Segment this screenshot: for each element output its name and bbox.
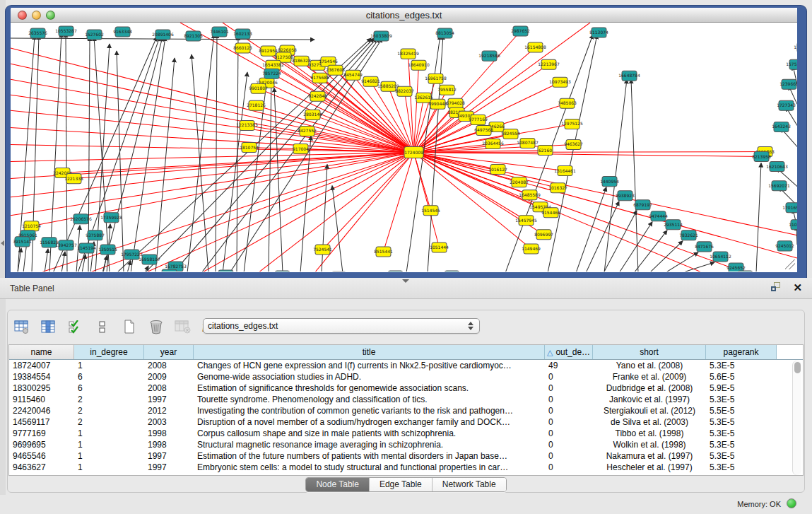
graph-edge[interactable] [192,54,208,271]
graph-edge[interactable] [414,153,762,157]
table-cell[interactable]: Wolkin et al. (1998) [593,440,706,450]
table-cell[interactable]: 1997 [144,395,194,404]
select-columns-icon[interactable] [66,317,85,337]
table-cell[interactable]: 1 [74,451,144,461]
tab-node-table[interactable]: Node Table [306,478,370,491]
memory-ok-icon[interactable] [787,498,796,508]
graph-edge[interactable] [681,262,714,271]
table-row[interactable]: 946554611997Estimation of the future num… [9,450,803,462]
graph-edge[interactable] [414,153,798,258]
graph-edge[interactable] [756,163,761,271]
table-cell[interactable]: 5.6E-5 [706,372,777,382]
column-header-out_de[interactable]: △out_de… [545,345,593,359]
table-cell[interactable]: 5.3E-5 [706,428,777,438]
tab-edge-table[interactable]: Edge Table [370,478,433,491]
table-cell[interactable]: 2 [74,395,144,404]
graph-edge[interactable] [631,79,638,271]
table-cell[interactable]: Yano et al. (2008) [593,361,706,370]
table-cell[interactable]: 2 [74,417,144,427]
table-cell[interactable]: 9115460 [9,395,74,404]
table-cell[interactable]: 9465546 [9,451,74,461]
column-header-pagerank[interactable]: pagerank [706,345,777,359]
table-row[interactable]: 1938455462009Genome-wide association stu… [9,371,803,382]
window-titlebar[interactable]: citations_edges.txt [11,8,797,23]
table-cell[interactable]: 0 [545,417,593,427]
table-cell[interactable]: 9699695 [9,440,74,450]
table-cell[interactable]: 14569117 [9,417,74,427]
graph-edge[interactable] [649,241,683,271]
table-row[interactable]: 911546021997Tourette syndrome. Phenomeno… [9,394,803,405]
table-cell[interactable]: 49 [545,361,593,370]
table-cell[interactable]: 2008 [144,361,194,370]
column-header-year[interactable]: year [144,345,194,359]
graph-edge[interactable] [548,35,597,271]
table-cell[interactable]: Estimation of significance thresholds fo… [194,383,545,393]
column-header-title[interactable]: title [194,345,545,359]
graph-node[interactable] [738,271,753,271]
table-cell[interactable]: Investigating the contribution of common… [194,406,545,416]
table-row[interactable]: 1456911722003Disruption of a novel membe… [9,416,803,428]
table-cell[interactable]: 0 [545,395,593,404]
table-cell[interactable]: 1997 [144,451,194,461]
table-cell[interactable]: 5.3E-5 [706,462,777,472]
table-row[interactable]: 946362711997Embryonic stem cells: a mode… [9,462,803,473]
table-cell[interactable]: 0 [545,462,593,472]
graph-edge[interactable] [274,88,283,271]
graph-edge[interactable] [187,34,214,271]
delete-column-icon[interactable] [147,317,165,337]
graph-node[interactable] [388,271,403,271]
table-cell[interactable]: Stergiakouli et al. (2012) [593,406,706,416]
graph-node[interactable] [275,271,290,271]
table-cell[interactable]: Dudbridge et al. (2008) [593,383,706,393]
graph-edge[interactable] [604,79,627,271]
table-cell[interactable]: Structural magnetic resonance image aver… [194,440,545,450]
splitter-collapse-icon[interactable] [1,240,4,246]
graph-edge[interactable] [322,165,327,271]
table-cell[interactable]: 2012 [144,406,194,416]
graph-edge[interactable] [131,37,165,271]
new-column-icon[interactable] [120,317,139,337]
table-cell[interactable]: 5.3E-5 [706,395,777,404]
table-cell[interactable]: 18300295 [9,383,74,393]
table-cell[interactable]: Nakamura et al. (1997) [593,451,706,461]
table-cell[interactable]: 1997 [144,462,194,472]
table-cell[interactable]: 0 [545,451,593,461]
table-cell[interactable]: 0 [545,428,593,438]
table-cell[interactable]: Changes of HCN gene expression and I(f) … [194,361,545,370]
table-cell[interactable]: Estimation of the future numbers of pati… [194,451,545,461]
table-cell[interactable]: 2009 [144,372,194,382]
table-cell[interactable]: 1 [74,428,144,438]
table-cell[interactable]: Tourette syndrome. Phenomenology and cla… [194,395,545,404]
graph-edge[interactable] [576,187,606,271]
table-mode-icon[interactable] [13,317,31,337]
show-column-icon[interactable] [40,317,58,337]
graph-edge[interactable] [269,77,271,271]
table-row[interactable]: 2242004622012Investigating the contribut… [9,405,803,416]
tab-network-table[interactable]: Network Table [433,478,506,491]
table-cell[interactable]: 5.5E-5 [706,406,777,416]
graph-edge[interactable] [49,33,61,271]
network-canvas[interactable]: 8660123891295482260589127508818632816543… [11,23,797,271]
table-cell[interactable]: 5.3E-5 [706,361,777,370]
table-cell[interactable]: 2 [74,406,144,416]
graph-edge[interactable] [103,256,107,271]
table-cell[interactable]: Hescheler et al. (1997) [593,462,706,472]
row-height-icon[interactable] [93,317,112,337]
close-panel-icon[interactable]: ✕ [793,282,802,293]
graph-edge[interactable] [82,255,86,271]
resize-grip[interactable] [785,259,795,269]
table-cell[interactable]: 5.3E-5 [706,451,777,461]
float-panel-icon[interactable] [771,282,782,293]
graph-edge[interactable] [61,252,65,271]
graph-edge[interactable] [332,186,343,271]
table-row[interactable]: 969969511998Structural magnetic resonanc… [9,439,803,450]
graph-edge[interactable] [53,37,157,271]
column-header-in_degree[interactable]: in_degree [74,345,144,359]
table-cell[interactable]: 2003 [144,417,194,427]
table-cell[interactable]: 5.3E-5 [706,440,777,450]
graph-edge[interactable] [155,58,175,271]
left-splitter-strip[interactable] [0,0,6,495]
table-cell[interactable]: 1 [74,440,144,450]
graph-edge[interactable] [11,48,414,152]
table-cell[interactable]: de Silva et al. (2003) [593,417,706,427]
